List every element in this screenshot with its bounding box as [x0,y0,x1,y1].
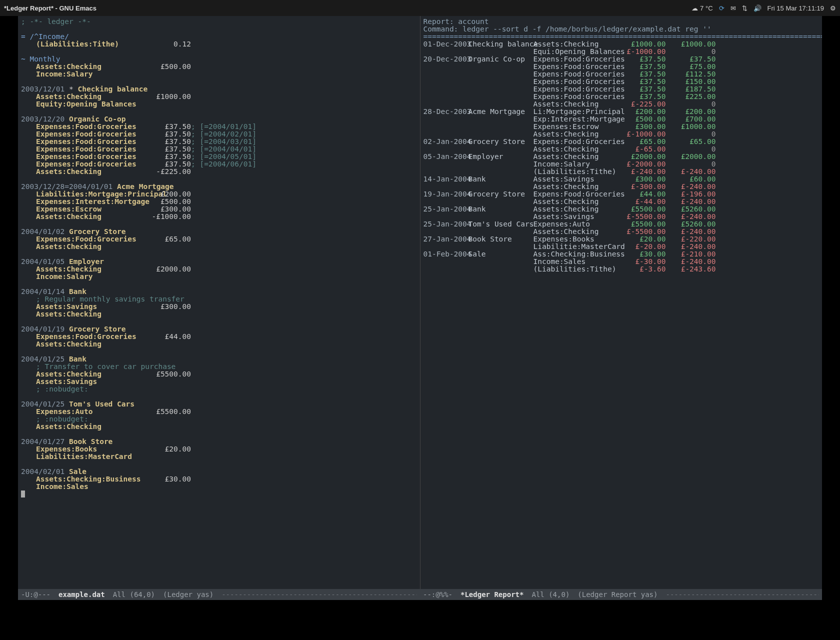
source-line[interactable]: Expenses:Books£20.00 [21,446,417,453]
source-line[interactable]: Expenses:Food:Groceries£65.00 [21,236,417,243]
source-line[interactable] [21,26,417,33]
report-row[interactable]: Equi:Opening Balances£-1000.000 [424,48,820,56]
source-line[interactable]: Expenses:Escrow£300.00 [21,206,417,213]
report-row[interactable]: Expens:Food:Groceries£37.50£112.50 [424,70,820,78]
report-row[interactable]: Expens:Food:Groceries£37.50£75.00 [424,63,820,70]
source-line[interactable]: Assets:Checking£5500.00 [21,370,417,378]
source-line[interactable]: Expenses:Auto£5500.00 [21,408,417,416]
source-line[interactable]: 2004/01/25 Tom's Used Cars [21,400,417,408]
report-row[interactable]: Assets:Savings£-5500.00£-240.00 [424,213,820,220]
source-line[interactable]: Assets:Checking£500.00 [21,63,417,70]
report-row[interactable]: 28-Dec-2003Acme MortgageLi:Mortgage:Prin… [424,108,820,116]
source-line[interactable]: 2003/12/28=2004/01/01 Acme Mortgage [21,183,417,190]
source-line[interactable]: ; Regular monthly savings transfer [21,296,417,303]
source-line[interactable]: Equity:Opening Balances [21,100,417,108]
source-line[interactable] [21,108,417,116]
source-line[interactable]: Expenses:Food:Groceries£37.50 ; [=2004/0… [21,153,417,160]
report-row[interactable]: Expens:Food:Groceries£37.50£150.00 [424,78,820,86]
source-line[interactable]: Expenses:Food:Groceries£37.50 ; [=2004/0… [21,160,417,168]
source-line[interactable]: 2004/01/27 Book Store [21,438,417,446]
report-row[interactable]: (Liabilities:Tithe)£-3.60£-243.60 [424,266,820,273]
report-row[interactable]: Assets:Checking£-65.000 [424,146,820,153]
report-row[interactable]: Income:Salary£-2000.000 [424,160,820,168]
report-row[interactable]: Expens:Food:Groceries£37.50£187.50 [424,86,820,93]
report-row[interactable]: 05-Jan-2004EmployerAssets:Checking£2000.… [424,153,820,160]
source-line[interactable]: ; -*- ledger -*- [21,18,417,26]
report-row[interactable]: 25-Jan-2004BankAssets:Checking£5500.00£5… [424,206,820,213]
report-row[interactable]: Assets:Checking£-1000.000 [424,130,820,138]
source-line[interactable]: Expenses:Interest:Mortgage£500.00 [21,198,417,206]
clock[interactable]: Fri 15 Mar 17:11:19 [768,4,824,12]
mail-icon[interactable]: ✉ [730,4,736,12]
source-line[interactable] [21,430,417,438]
source-line[interactable]: Assets:Savings£300.00 [21,303,417,310]
report-row[interactable]: 25-Jan-2004Tom's Used CarsExpenses:Auto£… [424,220,820,228]
source-line[interactable]: 2004/01/14 Bank [21,288,417,296]
settings-gear-icon[interactable]: ⚙ [830,4,836,12]
source-line[interactable] [21,393,417,400]
report-row[interactable]: 02-Jan-2004Grocery StoreExpens:Food:Groc… [424,138,820,146]
source-line[interactable]: (Liabilities:Tithe)0.12 [21,40,417,48]
source-line[interactable]: ; :nobudget: [21,416,417,423]
report-row[interactable]: Assets:Checking£-5500.00£-240.00 [424,228,820,236]
report-row[interactable]: Assets:Checking£-225.000 [424,100,820,108]
report-row[interactable]: Liabilitie:MasterCard£-20.00£-240.00 [424,243,820,250]
source-line[interactable]: Assets:Checking [21,423,417,430]
source-line[interactable]: Assets:Checking [21,340,417,348]
report-row[interactable]: Expens:Food:Groceries£37.50£225.00 [424,93,820,100]
source-line[interactable]: Assets:Checking£1000.00 [21,93,417,100]
source-line[interactable]: ; Transfer to cover car purchase [21,363,417,370]
report-row[interactable]: Assets:Checking£-44.00£-240.00 [424,198,820,206]
source-line[interactable]: Liabilities:MasterCard [21,453,417,460]
source-line[interactable]: Expenses:Food:Groceries£37.50 ; [=2004/0… [21,146,417,153]
report-row[interactable]: Expenses:Escrow£300.00£1000.00 [424,123,820,130]
ledger-report-buffer[interactable]: Report: accountCommand: ledger --sort d … [420,16,822,589]
report-row[interactable]: 01-Feb-2004SaleAss:Checking:Business£30.… [424,250,820,258]
report-row[interactable]: Exp:Interest:Mortgage£500.00£700.00 [424,116,820,123]
source-line[interactable]: Assets:Checking-£1000.00 [21,213,417,220]
source-line[interactable]: Assets:Savings [21,378,417,386]
source-line[interactable]: 2004/01/25 Bank [21,356,417,363]
source-line[interactable] [21,250,417,258]
source-line[interactable] [21,280,417,288]
volume-icon[interactable]: 🔊 [754,4,762,12]
report-row[interactable]: Income:Sales£-30.00£-240.00 [424,258,820,266]
source-line[interactable]: ; :nobudget: [21,386,417,393]
report-row[interactable]: 01-Dec-2003Checking balanceAssets:Checki… [424,40,820,48]
source-line[interactable]: Assets:Checking [21,310,417,318]
source-line[interactable]: Assets:Checking:Business£30.00 [21,476,417,483]
source-line[interactable]: ~ Monthly [21,56,417,63]
report-row[interactable]: 27-Jan-2004Book StoreExpenses:Books£20.0… [424,236,820,243]
source-line[interactable] [21,176,417,183]
source-line[interactable]: 2004/01/05 Employer [21,258,417,266]
source-line[interactable]: 2004/01/19 Grocery Store [21,326,417,333]
weather-indicator[interactable]: ☁ 7 °C [692,4,712,12]
report-row[interactable]: 20-Dec-2003Organic Co-opExpens:Food:Groc… [424,56,820,63]
source-line[interactable] [21,220,417,228]
source-line[interactable]: Assets:Checking-£225.00 [21,168,417,176]
report-row[interactable]: Assets:Checking£-300.00£-240.00 [424,183,820,190]
source-line[interactable]: 2003/12/01 * Checking balance [21,86,417,93]
source-line[interactable]: Expenses:Food:Groceries£37.50 ; [=2004/0… [21,138,417,146]
source-line[interactable] [21,318,417,326]
source-line[interactable] [21,348,417,356]
source-line[interactable]: Assets:Checking£2000.00 [21,266,417,273]
source-line[interactable]: 2004/02/01 Sale [21,468,417,476]
refresh-icon[interactable]: ⟳ [719,4,724,12]
report-row[interactable]: (Liabilities:Tithe)£-240.00£-240.00 [424,168,820,176]
source-line[interactable]: 2004/01/02 Grocery Store [21,228,417,236]
source-line[interactable]: Expenses:Food:Groceries£37.50 ; [=2004/0… [21,130,417,138]
source-line[interactable] [21,78,417,86]
source-line[interactable]: Assets:Checking [21,243,417,250]
source-line[interactable]: 2003/12/20 Organic Co-op [21,116,417,123]
source-line[interactable]: Liabilities:Mortgage:Principal£200.00 [21,190,417,198]
source-line[interactable]: Income:Salary [21,273,417,280]
network-icon[interactable]: ⇅ [742,4,748,12]
source-line[interactable]: Income:Sales [21,483,417,490]
source-line[interactable] [21,48,417,56]
source-line[interactable]: = /^Income/ [21,33,417,40]
report-row[interactable]: 14-Jan-2004BankAssets:Savings£300.00£60.… [424,176,820,183]
ledger-source-buffer[interactable]: ; -*- ledger -*- = /^Income/(Liabilities… [18,16,420,589]
source-line[interactable]: Expenses:Food:Groceries£44.00 [21,333,417,340]
report-row[interactable]: 19-Jan-2004Grocery StoreExpens:Food:Groc… [424,190,820,198]
